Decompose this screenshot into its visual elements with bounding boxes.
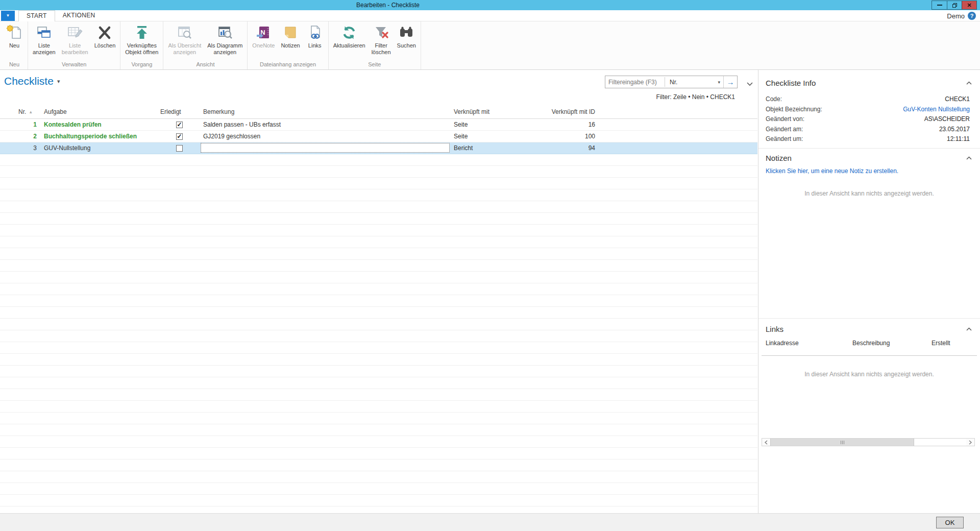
close-icon: ✕ — [967, 3, 971, 8]
column-header-erledigt[interactable]: Erledigt — [158, 108, 200, 115]
chevron-down-icon: ▼ — [6, 13, 10, 18]
cell-nr: 1 — [0, 119, 41, 130]
cell-erledigt — [158, 142, 200, 154]
new-note-link[interactable]: Klicken Sie hier, um eine neue Notiz zu … — [758, 167, 980, 175]
filter-input[interactable] — [605, 79, 665, 86]
als-uebersicht-anzeigen-button: Als Übersicht anzeigen — [165, 22, 204, 56]
chevron-right-icon — [969, 440, 972, 445]
cell-aufgabe: Buchhaltungsperiode schließen — [41, 131, 158, 142]
chevron-down-icon: ▾ — [57, 78, 60, 84]
table-row-selected[interactable]: 3 GUV-Nullstellung Bericht 94 — [0, 142, 757, 154]
column-header-beschreibung: Beschreibung — [852, 339, 932, 347]
app-window: Bearbeiten - Checkliste ✕ ▼ START AKTION… — [0, 0, 980, 531]
section-divider — [758, 318, 980, 319]
neu-button[interactable]: Neu — [3, 22, 26, 49]
apply-filter-button[interactable]: → — [723, 76, 737, 88]
links-empty-text: In dieser Ansicht kann nichts angezeigt … — [758, 370, 980, 378]
liste-anzeigen-button[interactable]: Liste anzeigen — [30, 22, 59, 56]
grip-icon — [841, 441, 841, 444]
group-label-ansicht: Ansicht — [165, 60, 246, 69]
notizen-button[interactable]: Notizen — [278, 22, 303, 49]
cell-verknuepft-mit-id: 100 — [533, 131, 597, 142]
verknuepftes-objekt-oeffnen-button[interactable]: Verknüpftes Objekt öffnen — [122, 22, 161, 56]
chevron-left-icon — [765, 440, 768, 445]
view-overview-icon — [176, 24, 193, 41]
filter-column-dropdown[interactable]: Nr. ▾ — [665, 79, 723, 86]
cell-bemerkung: GJ2019 geschlossen — [200, 131, 451, 142]
ribbon-tabbar: ▼ START AKTIONEN Demo ? — [0, 10, 980, 21]
refresh-icon — [340, 24, 358, 41]
scrollbar-track[interactable] — [914, 439, 966, 446]
restore-icon — [952, 3, 958, 8]
section-divider — [758, 148, 980, 149]
grip-icon — [844, 441, 844, 444]
ribbon: Neu Neu Liste anzeigen — [0, 21, 980, 70]
restore-button[interactable] — [947, 1, 962, 9]
app-menu-button[interactable]: ▼ — [1, 11, 15, 21]
bemerkung-edit-cell[interactable] — [201, 143, 450, 153]
column-header-aufgabe[interactable]: Aufgabe — [41, 108, 158, 115]
horizontal-scrollbar[interactable] — [762, 438, 975, 446]
sort-asc-icon: ▲ — [29, 110, 33, 114]
column-header-nr[interactable]: Nr.▲ — [0, 108, 41, 115]
cell-verknuepft-mit-id: 94 — [533, 142, 597, 154]
bottom-bar: OK — [0, 513, 980, 531]
window-controls: ✕ — [932, 1, 977, 10]
close-button[interactable]: ✕ — [962, 1, 976, 9]
minimize-button[interactable] — [932, 1, 947, 9]
erledigt-checkbox[interactable] — [176, 122, 183, 128]
group-label-vorgang: Vorgang — [122, 60, 161, 69]
filter-expander-button[interactable] — [747, 79, 753, 88]
ribbon-group-ansicht: Als Übersicht anzeigen Als Diagramm anz — [163, 21, 248, 69]
collapse-chevron-up-icon[interactable] — [966, 81, 972, 85]
info-field: Geändert am:23.05.2017 — [758, 125, 980, 135]
arrow-right-icon: → — [727, 78, 734, 86]
column-header-verknuepft-mit-id[interactable]: Verknüpft mit ID — [533, 108, 597, 115]
loeschen-button[interactable]: Löschen — [91, 22, 119, 49]
page-title[interactable]: Checkliste▾ — [4, 75, 60, 87]
tab-aktionen[interactable]: AKTIONEN — [55, 10, 103, 21]
group-label-dateianhang: Dateianhang anzeigen — [249, 60, 326, 69]
aktualisieren-button[interactable]: Aktualisieren — [330, 22, 369, 49]
filter-pane: Nr. ▾ → — [605, 76, 738, 88]
info-field: Geändert um:12:11:11 — [758, 134, 980, 144]
erledigt-checkbox[interactable] — [176, 145, 183, 152]
table-row[interactable]: 2 Buchhaltungsperiode schließen GJ2019 g… — [0, 131, 757, 142]
column-header-erstellt: Erstellt — [932, 339, 973, 347]
tab-start[interactable]: START — [18, 10, 55, 22]
empty-grid-rows — [0, 154, 757, 513]
cell-bemerkung — [200, 142, 451, 154]
help-icon[interactable]: ? — [968, 12, 976, 20]
ok-button[interactable]: OK — [936, 517, 964, 528]
links-button[interactable]: Links — [303, 22, 327, 49]
scroll-left-button[interactable] — [762, 439, 770, 446]
factbox-pane: Checkliste Info Code:CHECK1 Objekt Bezei… — [758, 70, 980, 513]
cell-erledigt — [158, 131, 200, 142]
main-content: Checkliste▾ Nr. ▾ → Filter: Zeile • Nein… — [0, 70, 757, 513]
links-column-headers: Linkadresse Beschreibung Erstellt — [758, 339, 980, 347]
object-link[interactable]: GuV-Konten Nullstellung — [903, 105, 970, 115]
scrollbar-thumb[interactable] — [770, 439, 914, 446]
grip-icon — [842, 441, 843, 444]
table-row[interactable]: 1 Kontesalden prüfen Salden passen - UBs… — [0, 119, 757, 131]
scroll-right-button[interactable] — [966, 439, 974, 446]
collapse-chevron-up-icon[interactable] — [966, 156, 972, 160]
new-document-icon — [6, 24, 23, 41]
factbox-section-notes-header: Notizen — [758, 153, 980, 164]
filter-loeschen-button[interactable]: Filter löschen — [369, 22, 394, 56]
column-header-bemerkung[interactable]: Bemerkung — [200, 108, 451, 115]
erledigt-checkbox[interactable] — [176, 133, 183, 140]
delete-icon — [96, 24, 113, 41]
clear-filter-icon — [373, 24, 390, 41]
collapse-chevron-up-icon[interactable] — [966, 327, 972, 331]
minimize-icon — [937, 5, 942, 6]
onenote-button: N OneNote — [249, 22, 278, 49]
column-header-linkadresse: Linkadresse — [766, 339, 852, 347]
ribbon-group-vorgang: Verknüpftes Objekt öffnen Vorgang — [120, 21, 163, 69]
column-header-verknuepft-mit[interactable]: Verknüpft mit — [451, 108, 533, 115]
section-title: Links — [766, 325, 783, 333]
show-list-icon — [35, 24, 53, 41]
suchen-button[interactable]: Suchen — [394, 22, 419, 49]
section-title: Notizen — [766, 154, 792, 162]
als-diagramm-anzeigen-button[interactable]: Als Diagramm anzeigen — [204, 22, 246, 56]
